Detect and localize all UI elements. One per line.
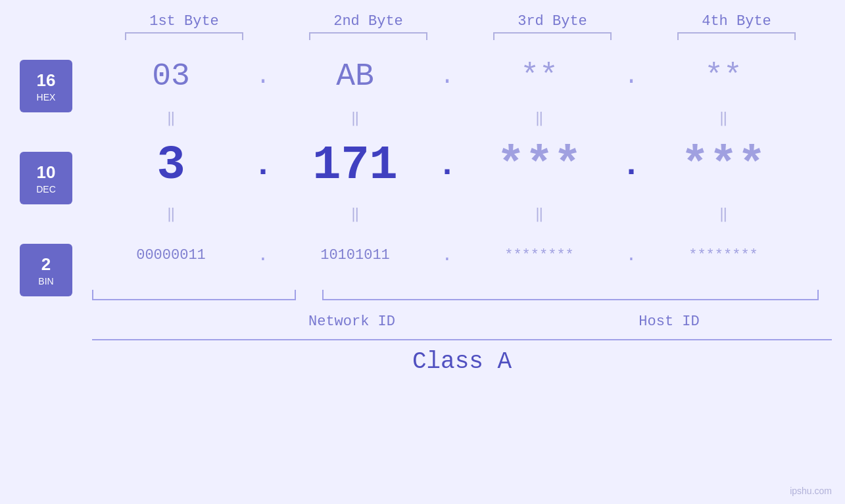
- eq1-b3: ‖: [535, 109, 543, 127]
- bin-sep3: .: [626, 245, 637, 265]
- dec-b1: 3: [157, 139, 185, 193]
- dec-b4: ***: [681, 139, 766, 193]
- eq2-b3: ‖: [535, 205, 543, 223]
- dec-sep2: .: [437, 147, 457, 184]
- bin-row: 00000011 . 10101011 . ******** .: [92, 225, 832, 285]
- bin-number: 2: [41, 254, 51, 275]
- dec-sep3: .: [621, 147, 641, 184]
- main-container: 1st Byte 2nd Byte 3rd Byte 4th Byte 16 H…: [0, 0, 845, 504]
- hex-number: 16: [37, 70, 56, 91]
- network-id-label: Network ID: [197, 313, 506, 330]
- byte1-label: 1st Byte: [105, 13, 263, 30]
- hex-sep3: .: [624, 63, 639, 90]
- dec-row: 3 . 171 . *** . ***: [92, 129, 832, 202]
- dec-badge: 10 DEC: [20, 152, 72, 204]
- bracket-b1: [125, 32, 243, 40]
- bin-sep1: .: [258, 245, 269, 265]
- bottom-brackets: [92, 290, 832, 309]
- byte4-label: 4th Byte: [658, 13, 815, 30]
- header-row: 1st Byte 2nd Byte 3rd Byte 4th Byte: [0, 13, 845, 30]
- equals-row-2: ‖ ‖ ‖ ‖: [92, 202, 832, 225]
- dec-sep1: .: [253, 147, 273, 184]
- hex-b2: AB: [336, 58, 374, 94]
- eq2-b2: ‖: [350, 205, 359, 223]
- eq2-b4: ‖: [719, 205, 727, 223]
- eq1-b4: ‖: [719, 109, 727, 127]
- equals-row-1: ‖ ‖ ‖ ‖: [92, 106, 832, 129]
- hex-sep2: .: [440, 63, 454, 90]
- byte3-label: 3rd Byte: [473, 13, 631, 30]
- class-divider: [92, 339, 832, 340]
- host-id-label: Host ID: [506, 313, 832, 330]
- bracket-b3: [493, 32, 612, 40]
- byte2-label: 2nd Byte: [289, 13, 447, 30]
- watermark: ipshu.com: [790, 486, 832, 496]
- bracket-b4: [677, 32, 796, 40]
- bin-label: BIN: [38, 276, 53, 286]
- hex-b4: **: [704, 58, 742, 94]
- bin-badge: 2 BIN: [20, 244, 72, 296]
- host-bracket: [322, 290, 819, 300]
- network-bracket: [92, 290, 296, 300]
- bin-b1: 00000011: [136, 247, 206, 263]
- bin-b4: ********: [688, 247, 758, 263]
- base-labels-column: 16 HEX 10 DEC 2 BIN: [20, 60, 72, 296]
- hex-b1: 03: [152, 58, 190, 94]
- top-brackets: [0, 32, 845, 40]
- dec-b2: 171: [312, 139, 398, 193]
- eq1-b2: ‖: [350, 109, 359, 127]
- bracket-b2: [309, 32, 427, 40]
- bin-b3: ********: [504, 247, 574, 263]
- dec-number: 10: [37, 162, 56, 183]
- hex-row: 03 . AB . ** . **: [92, 47, 832, 106]
- hex-sep1: .: [256, 63, 270, 90]
- dec-b3: ***: [496, 139, 582, 193]
- bin-b2: 10101011: [320, 247, 390, 263]
- eq1-b1: ‖: [166, 109, 175, 127]
- id-labels-row: Network ID Host ID: [92, 313, 832, 330]
- class-label: Class A: [412, 348, 512, 375]
- values-area: 03 . AB . ** . **: [92, 47, 832, 375]
- hex-label: HEX: [37, 92, 56, 103]
- main-grid: 16 HEX 10 DEC 2 BIN 03 .: [0, 47, 845, 375]
- bin-sep2: .: [442, 245, 453, 265]
- hex-b3: **: [520, 58, 558, 94]
- dec-label: DEC: [36, 184, 56, 195]
- eq2-b1: ‖: [166, 205, 175, 223]
- hex-badge: 16 HEX: [20, 60, 72, 112]
